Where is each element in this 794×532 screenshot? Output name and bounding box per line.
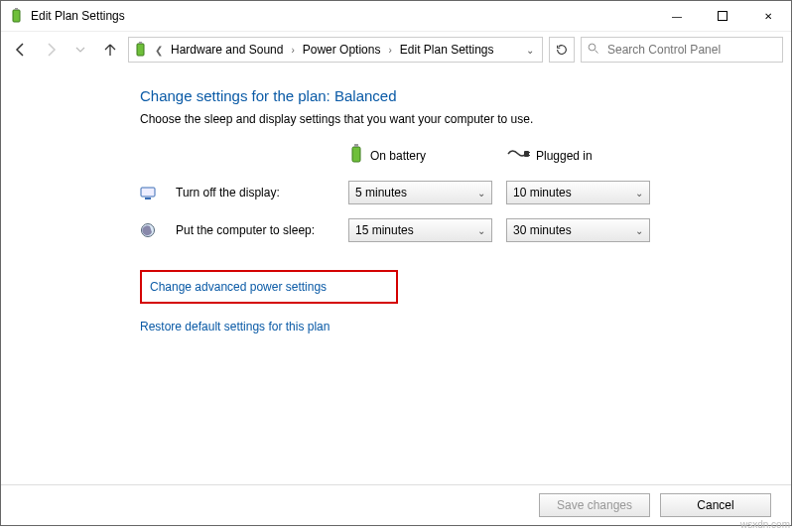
refresh-button[interactable]	[549, 37, 575, 63]
minimize-button[interactable]: —	[654, 1, 700, 31]
recent-dropdown-button[interactable]	[68, 38, 92, 62]
col-plugged-label: Plugged in	[536, 149, 593, 163]
svg-rect-7	[352, 147, 360, 162]
sleep-battery-select[interactable]: 15 minutes ⌄	[348, 218, 492, 242]
breadcrumb[interactable]: ❮ Hardware and Sound › Power Options › E…	[128, 37, 543, 63]
svg-rect-0	[13, 10, 20, 22]
svg-rect-12	[141, 188, 155, 197]
svg-point-5	[589, 44, 596, 51]
page-heading: Change settings for the plan: Balanced	[140, 87, 791, 104]
highlight-box: Change advanced power settings	[140, 270, 398, 304]
breadcrumb-dropdown-icon[interactable]: ⌄	[522, 45, 538, 56]
plug-icon	[506, 146, 530, 165]
power-options-icon	[133, 42, 149, 58]
maximize-button[interactable]	[700, 1, 745, 31]
breadcrumb-seg-hardware[interactable]: Hardware and Sound	[167, 43, 287, 57]
link-restore-defaults[interactable]: Restore default settings for this plan	[140, 320, 330, 333]
power-options-app-icon	[9, 8, 25, 24]
footer: Save changes Cancel	[1, 485, 791, 525]
close-button[interactable]: ✕	[745, 1, 791, 31]
chevron-down-icon: ⌄	[635, 225, 643, 236]
content: Change settings for the plan: Balanced C…	[1, 67, 791, 485]
display-plugged-value: 10 minutes	[513, 186, 572, 200]
svg-rect-4	[139, 42, 142, 44]
chevron-down-icon: ⌄	[477, 188, 485, 199]
titlebar: Edit Plan Settings — ✕	[1, 1, 791, 32]
sleep-plugged-select[interactable]: 30 minutes ⌄	[506, 218, 650, 242]
chevron-down-icon: ⌄	[635, 188, 643, 199]
display-plugged-select[interactable]: 10 minutes ⌄	[506, 181, 650, 204]
svg-line-6	[596, 50, 598, 53]
back-button[interactable]	[9, 38, 33, 62]
forward-button[interactable]	[39, 38, 63, 62]
search-input[interactable]	[605, 42, 776, 58]
page-subheading: Choose the sleep and display settings th…	[140, 112, 791, 126]
settings-grid: On battery Plugged in Turn off the displ…	[140, 144, 791, 242]
chevron-down-icon: ⌄	[477, 225, 485, 236]
svg-rect-8	[354, 144, 358, 147]
column-plugged-in: Plugged in	[506, 146, 650, 165]
link-advanced-settings[interactable]: Change advanced power settings	[150, 280, 327, 294]
search-icon	[588, 43, 599, 58]
save-button[interactable]: Save changes	[539, 493, 650, 517]
sleep-plugged-value: 30 minutes	[513, 223, 572, 237]
sleep-battery-value: 15 minutes	[355, 223, 414, 237]
row-sleep-label: Put the computer to sleep:	[176, 223, 334, 237]
breadcrumb-seg-editplan[interactable]: Edit Plan Settings	[396, 43, 498, 57]
chevron-right-icon[interactable]: ›	[386, 45, 393, 56]
svg-rect-3	[137, 44, 144, 56]
breadcrumb-seg-power[interactable]: Power Options	[299, 43, 385, 57]
watermark: wsxdn.com	[740, 519, 790, 530]
column-on-battery: On battery	[348, 144, 492, 167]
svg-rect-9	[524, 151, 529, 157]
nav-row: ❮ Hardware and Sound › Power Options › E…	[1, 32, 791, 67]
search-box[interactable]	[581, 37, 783, 63]
svg-rect-13	[145, 198, 151, 200]
window-title: Edit Plan Settings	[31, 9, 125, 23]
svg-rect-1	[15, 8, 18, 10]
window: Edit Plan Settings — ✕ ❮	[0, 0, 792, 526]
display-icon	[140, 185, 156, 200]
row-display-label: Turn off the display:	[176, 186, 334, 200]
sleep-icon	[140, 222, 156, 238]
col-battery-label: On battery	[370, 149, 426, 163]
up-button[interactable]	[98, 38, 122, 62]
cancel-button[interactable]: Cancel	[660, 493, 771, 517]
display-battery-value: 5 minutes	[355, 186, 407, 200]
chevron-right-icon[interactable]: ›	[289, 45, 296, 56]
chevron-right-icon[interactable]: ❮	[153, 45, 165, 56]
battery-icon	[348, 144, 364, 167]
svg-rect-2	[719, 12, 728, 21]
display-battery-select[interactable]: 5 minutes ⌄	[348, 181, 492, 204]
